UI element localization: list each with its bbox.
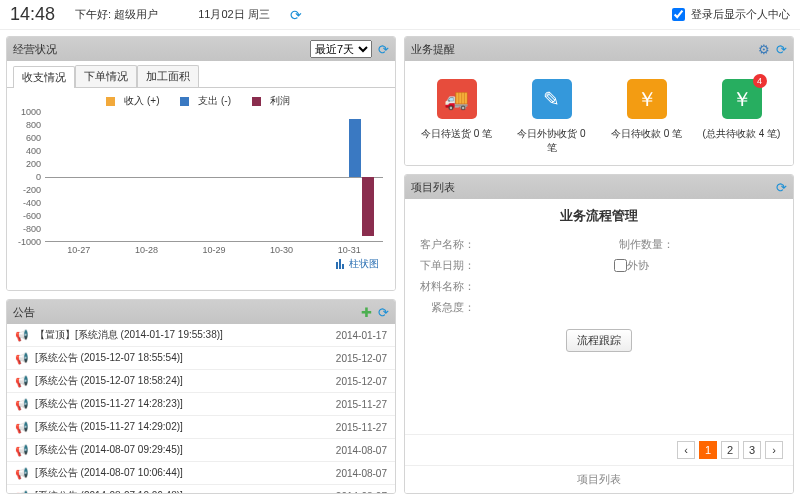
refresh-icon[interactable]: ⟳ — [776, 180, 787, 195]
lbl-orderdate: 下单日期： — [415, 258, 475, 273]
horn-icon: 📢 — [15, 421, 29, 434]
panel-projects-title: 项目列表 — [411, 180, 455, 195]
panel-notices: 公告 ✚ ⟳ 📢【置顶】[系统消息 (2014-01-17 19:55:38)]… — [6, 299, 396, 494]
panel-projects: 项目列表 ⟳ 业务流程管理 客户名称： 下单日期： 材料名称： 紧急度： — [404, 174, 794, 494]
biz-tabs: 收支情况 下单情况 加工面积 — [7, 61, 395, 88]
notice-date: 2014-08-07 — [336, 468, 387, 479]
reminder-tile[interactable]: ✎今日外协收货 0 笔 — [512, 79, 592, 155]
pager: ‹ 1 2 3 › — [405, 434, 793, 465]
gear-icon[interactable]: ⚙ — [758, 42, 770, 57]
tile-label: (总共待收款 4 笔) — [702, 127, 782, 141]
notice-row[interactable]: 📢[系统公告 (2015-11-27 14:28:23)]2015-11-27 — [7, 393, 395, 416]
tile-label: 今日待收款 0 笔 — [607, 127, 687, 141]
notice-text: [系统公告 (2015-12-07 18:55:54)] — [35, 351, 328, 365]
horn-icon: 📢 — [15, 467, 29, 480]
refresh-icon[interactable]: ⟳ — [290, 7, 302, 23]
notice-text: [系统公告 (2015-11-27 14:28:23)] — [35, 397, 328, 411]
notice-text: [系统公告 (2014-08-07 10:06:44)] — [35, 466, 328, 480]
show-profile-toggle[interactable]: 登录后显示个人中心 — [672, 7, 790, 22]
tab-area[interactable]: 加工面积 — [137, 65, 199, 87]
panel-business: 经营状况 最近7天 ⟳ 收支情况 下单情况 加工面积 收入 (+) 支出 (-)… — [6, 36, 396, 291]
notice-date: 2015-12-07 — [336, 353, 387, 364]
notice-row[interactable]: 📢[系统公告 (2014-08-07 10:06:44)]2014-08-07 — [7, 462, 395, 485]
reminder-tile[interactable]: 🚚今日待送货 0 笔 — [417, 79, 497, 155]
track-button[interactable]: 流程跟踪 — [566, 329, 632, 352]
page-prev[interactable]: ‹ — [677, 441, 695, 459]
notice-text: [系统公告 (2014-08-07 09:29:45)] — [35, 443, 328, 457]
tab-income[interactable]: 收支情况 — [13, 66, 75, 88]
lbl-material: 材料名称： — [415, 279, 475, 294]
notice-row[interactable]: 📢[系统公告 (2015-12-07 18:58:24)]2015-12-07 — [7, 370, 395, 393]
notice-row[interactable]: 📢[系统公告 (2014-08-07 09:29:45)]2014-08-07 — [7, 439, 395, 462]
horn-icon: 📢 — [15, 398, 29, 411]
tile-icon: ￥4 — [722, 79, 762, 119]
tile-icon: ￥ — [627, 79, 667, 119]
range-select[interactable]: 最近7天 — [310, 40, 372, 58]
notice-row[interactable]: 📢【置顶】[系统消息 (2014-01-17 19:55:38)]2014-01… — [7, 324, 395, 347]
show-profile-label: 登录后显示个人中心 — [691, 7, 790, 22]
notice-text: [系统公告 (2015-11-27 14:29:02)] — [35, 420, 328, 434]
tab-orders[interactable]: 下单情况 — [75, 65, 137, 87]
tile-icon: 🚚 — [437, 79, 477, 119]
refresh-icon[interactable]: ⟳ — [776, 42, 787, 57]
notice-date: 2015-12-07 — [336, 376, 387, 387]
notice-text: [系统公告 (2015-12-07 18:58:24)] — [35, 374, 328, 388]
panel-reminders-title: 业务提醒 — [411, 42, 455, 57]
notice-row[interactable]: 📢[系统公告 (2015-11-27 14:29:02)]2015-11-27 — [7, 416, 395, 439]
svg-rect-0 — [336, 262, 338, 269]
page-3[interactable]: 3 — [743, 441, 761, 459]
refresh-icon[interactable]: ⟳ — [378, 42, 389, 57]
lbl-urgency: 紧急度： — [415, 300, 475, 315]
notice-date: 2014-08-07 — [336, 491, 387, 494]
notice-date: 2015-11-27 — [336, 422, 387, 433]
tile-icon: ✎ — [532, 79, 572, 119]
notice-date: 2015-11-27 — [336, 399, 387, 410]
lbl-outsource: 外协 — [627, 258, 649, 273]
chart-legend: 收入 (+) 支出 (-) 利润 — [15, 94, 387, 108]
badge: 4 — [753, 74, 767, 88]
reminder-tile[interactable]: ￥4(总共待收款 4 笔) — [702, 79, 782, 155]
chart-type-link[interactable]: 柱状图 — [336, 258, 379, 269]
notice-date: 2014-01-17 — [336, 330, 387, 341]
svg-rect-2 — [342, 264, 344, 269]
panel-notices-title: 公告 — [13, 305, 35, 320]
workflow-title: 业务流程管理 — [415, 207, 783, 225]
panel-business-title: 经营状况 — [13, 42, 57, 57]
notice-date: 2014-08-07 — [336, 445, 387, 456]
lbl-customer: 客户名称： — [415, 237, 475, 252]
page-1[interactable]: 1 — [699, 441, 717, 459]
notice-text: 【置顶】[系统消息 (2014-01-17 19:55:38)] — [35, 328, 328, 342]
page-2[interactable]: 2 — [721, 441, 739, 459]
greeting: 下午好: 超级用户 — [75, 7, 158, 22]
page-next[interactable]: › — [765, 441, 783, 459]
panel-reminders: 业务提醒 ⚙ ⟳ 🚚今日待送货 0 笔✎今日外协收货 0 笔￥今日待收款 0 笔… — [404, 36, 794, 166]
refresh-icon[interactable]: ⟳ — [378, 305, 389, 320]
svg-rect-1 — [339, 259, 341, 269]
add-icon[interactable]: ✚ — [361, 305, 372, 320]
notice-row[interactable]: 📢[系统公告 (2014-08-07 10:06:48)]2014-08-07 — [7, 485, 395, 493]
notice-row[interactable]: 📢[系统公告 (2015-12-07 18:55:54)]2015-12-07 — [7, 347, 395, 370]
tile-label: 今日外协收货 0 笔 — [512, 127, 592, 155]
date: 11月02日 周三 — [198, 7, 270, 22]
clock: 14:48 — [10, 4, 55, 25]
bar-chart: 10008006004002000-200-400-600-800-1000 — [45, 112, 383, 242]
horn-icon: 📢 — [15, 329, 29, 342]
horn-icon: 📢 — [15, 444, 29, 457]
horn-icon: 📢 — [15, 375, 29, 388]
outsource-checkbox[interactable] — [614, 258, 627, 273]
notice-text: [系统公告 (2014-08-07 10:06:48)] — [35, 489, 328, 493]
topbar: 14:48 下午好: 超级用户 11月02日 周三 ⟳ 登录后显示个人中心 — [0, 0, 800, 30]
reminder-tile[interactable]: ￥今日待收款 0 笔 — [607, 79, 687, 155]
horn-icon: 📢 — [15, 490, 29, 494]
tile-label: 今日待送货 0 笔 — [417, 127, 497, 141]
horn-icon: 📢 — [15, 352, 29, 365]
lbl-qty: 制作数量： — [614, 237, 674, 252]
workflow-footer: 项目列表 — [405, 465, 793, 493]
show-profile-checkbox[interactable] — [672, 8, 685, 21]
